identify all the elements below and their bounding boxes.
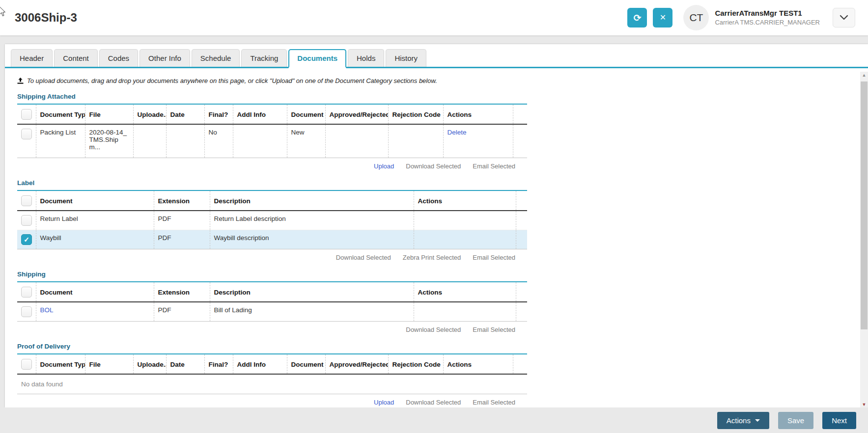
shipping-table: Document Extension Description Actions B…	[17, 281, 527, 322]
download-selected-link[interactable]: Download Selected	[406, 162, 461, 170]
column-header[interactable]: Extension	[154, 190, 210, 211]
cell-description: Return Label description	[210, 211, 414, 230]
shipping-attached-table: Document Type File Uploade... Date Final…	[17, 104, 527, 158]
column-header[interactable]: Document	[36, 282, 154, 302]
row-checkbox[interactable]	[21, 306, 32, 317]
cell-actions	[414, 302, 516, 322]
table-row: Packing List 2020-08-14_TMS.Shipm... No …	[17, 124, 527, 158]
cell-extension: PDF	[154, 302, 210, 322]
upload-link[interactable]: Upload	[374, 162, 394, 170]
header-row: Document Extension Description Actions	[17, 190, 527, 211]
column-header[interactable]: File	[85, 104, 133, 124]
column-header[interactable]: Date	[166, 354, 204, 374]
scrollbar-thumb[interactable]	[861, 81, 868, 329]
cell-extension: PDF	[154, 211, 210, 230]
row-checkbox[interactable]	[21, 129, 32, 139]
upload-hint: To upload documents, drag and drop your …	[17, 77, 868, 84]
tab-schedule[interactable]: Schedule	[192, 49, 240, 67]
documents-content: To upload documents, drag and drop your …	[5, 68, 868, 407]
bol-document-link[interactable]: BOL	[40, 306, 54, 314]
top-bar: 3006Ship-3 ⟳ ✕ CT CarrierATransMgr TEST1…	[0, 0, 868, 35]
tab-documents[interactable]: Documents	[288, 49, 346, 68]
topbar-right: ⟳ ✕ CT CarrierATransMgr TEST1 CarrierA T…	[621, 5, 855, 30]
shipping-footer: Download Selected Email Selected	[17, 322, 527, 334]
column-header[interactable]: Document Type	[36, 354, 85, 374]
column-header[interactable]: Uploade...	[133, 354, 166, 374]
column-header-filler	[513, 104, 527, 124]
tab-other-info[interactable]: Other Info	[140, 49, 190, 67]
column-header[interactable]: Extension	[154, 282, 210, 302]
user-menu-button[interactable]	[833, 8, 855, 27]
column-header[interactable]: Addl Info	[233, 104, 287, 124]
row-checkbox[interactable]	[21, 215, 32, 226]
select-all-checkbox[interactable]	[21, 359, 32, 370]
column-header[interactable]: Rejection Code	[388, 354, 443, 374]
column-header[interactable]: Document ...	[287, 104, 325, 124]
cell-rejection-code	[388, 124, 443, 158]
row-checkbox-checked[interactable]: ✓	[21, 234, 32, 245]
select-all-checkbox[interactable]	[21, 195, 32, 206]
cell-description: Waybill description	[210, 230, 414, 249]
close-icon: ✕	[660, 14, 666, 22]
scroll-down-arrow-icon[interactable]: ▼	[860, 402, 868, 407]
shipping-attached-footer: Upload Download Selected Email Selected	[17, 158, 527, 171]
refresh-button[interactable]: ⟳	[627, 8, 647, 27]
column-header[interactable]: Actions	[443, 104, 513, 124]
delete-link[interactable]: Delete	[448, 129, 467, 136]
tab-header[interactable]: Header	[11, 49, 53, 67]
download-selected-link[interactable]: Download Selected	[336, 254, 391, 261]
cell-description: Bill of Lading	[210, 302, 414, 322]
column-header[interactable]: Approved/Rejected ...	[325, 354, 388, 374]
column-header[interactable]: Addl Info	[233, 354, 287, 374]
upload-link[interactable]: Upload	[374, 399, 394, 406]
column-header[interactable]: Date	[166, 104, 204, 124]
close-button[interactable]: ✕	[653, 8, 672, 27]
no-data-text: No data found	[17, 374, 527, 394]
page-title: 3006Ship-3	[15, 11, 77, 25]
column-header[interactable]: Description	[210, 282, 414, 302]
column-header[interactable]: Rejection Code	[388, 104, 443, 124]
scroll-up-arrow-icon[interactable]: ▲	[860, 73, 868, 78]
email-selected-link[interactable]: Email Selected	[473, 326, 515, 333]
download-selected-link[interactable]: Download Selected	[406, 326, 461, 333]
column-header[interactable]: Final?	[204, 104, 233, 124]
section-proof-of-delivery: Proof of Delivery Document Type File Upl…	[17, 343, 868, 407]
email-selected-link[interactable]: Email Selected	[473, 254, 515, 261]
tab-tracking[interactable]: Tracking	[241, 49, 287, 67]
check-icon: ✓	[24, 236, 29, 244]
save-button[interactable]: Save	[778, 412, 813, 429]
actions-button[interactable]: Actions	[717, 412, 769, 429]
email-selected-link[interactable]: Email Selected	[473, 399, 515, 406]
column-header[interactable]: File	[85, 354, 133, 374]
column-header[interactable]: Description	[210, 190, 414, 211]
column-header[interactable]: Actions	[443, 354, 513, 374]
column-header[interactable]: Uploade...	[133, 104, 166, 124]
label-footer: Download Selected Zebra Print Selected E…	[17, 249, 527, 262]
column-header[interactable]: Final?	[204, 354, 233, 374]
tab-history[interactable]: History	[386, 49, 426, 67]
section-shipping-attached: Shipping Attached Document Type File Upl…	[17, 93, 868, 171]
avatar: CT	[683, 5, 709, 30]
column-header[interactable]: Actions	[414, 190, 516, 211]
next-button[interactable]: Next	[822, 412, 856, 429]
column-header[interactable]: Document Type	[36, 104, 85, 124]
column-header[interactable]: Document ...	[287, 354, 325, 374]
select-all-checkbox[interactable]	[21, 287, 32, 298]
tab-content[interactable]: Content	[54, 49, 98, 67]
column-header[interactable]: Document	[36, 190, 154, 211]
column-header[interactable]: Actions	[414, 282, 516, 302]
select-all-checkbox[interactable]	[21, 109, 32, 120]
email-selected-link[interactable]: Email Selected	[473, 162, 515, 170]
zebra-print-selected-link[interactable]: Zebra Print Selected	[403, 254, 461, 261]
empty-row: No data found	[17, 374, 527, 394]
section-label: Label Document Extension Description Act…	[17, 179, 868, 262]
download-selected-link[interactable]: Download Selected	[406, 399, 461, 406]
main-panel: Header Content Codes Other Info Schedule…	[5, 44, 868, 407]
tab-codes[interactable]: Codes	[99, 49, 138, 67]
upload-icon	[17, 78, 24, 84]
tab-holds[interactable]: Holds	[348, 49, 384, 67]
scrollbar[interactable]: ▲ ▼	[860, 72, 868, 407]
column-header[interactable]: Approved/Rejected ...	[325, 104, 388, 124]
table-row: BOL PDF Bill of Lading	[17, 302, 527, 322]
header-row: Document Type File Uploade... Date Final…	[17, 354, 527, 374]
